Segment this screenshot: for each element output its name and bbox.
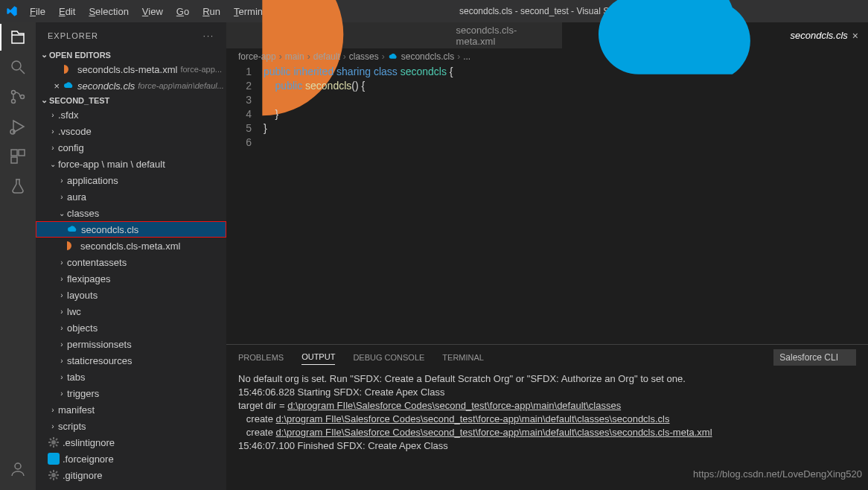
run-debug-icon[interactable] xyxy=(9,118,27,136)
chevron-icon: › xyxy=(57,258,67,267)
panel-tab-problems[interactable]: PROBLEMS xyxy=(238,350,284,365)
folder-item[interactable]: ›lwc xyxy=(36,303,226,319)
folder-item[interactable]: ›.sfdx xyxy=(36,106,226,123)
folder-item[interactable]: ›applications xyxy=(36,172,226,188)
panel-tabs: PROBLEMSOUTPUTDEBUG CONSOLETERMINALSales… xyxy=(226,345,868,369)
panel-tab-debug-console[interactable]: DEBUG CONSOLE xyxy=(353,350,424,365)
menu-view[interactable]: View xyxy=(136,3,169,20)
open-editors-header[interactable]: ⌄ OPEN EDITORS xyxy=(36,48,226,61)
close-icon[interactable]: × xyxy=(852,30,858,42)
folder-item[interactable]: ›manifest xyxy=(36,401,226,418)
sidebar: EXPLORER ··· ⌄ OPEN EDITORS secondcls.cl… xyxy=(36,22,226,490)
close-icon[interactable]: × xyxy=(51,80,63,92)
folder-item[interactable]: ›config xyxy=(36,139,226,156)
menu-file[interactable]: File xyxy=(24,3,51,20)
chevron-icon: ⌄ xyxy=(48,160,58,168)
code-lines[interactable]: public inherited sharing class secondcls… xyxy=(264,65,868,344)
file-icon xyxy=(48,469,60,481)
file-icon xyxy=(48,436,60,448)
folder-item[interactable]: ⌄classes xyxy=(36,205,226,221)
activity-bar xyxy=(0,22,36,490)
chevron-icon: › xyxy=(57,176,67,185)
chevron-icon: › xyxy=(57,193,67,201)
source-control-icon[interactable] xyxy=(9,88,27,106)
open-editor-item[interactable]: secondcls.cls-meta.xmlforce-app... xyxy=(36,61,226,77)
chevron-icon: › xyxy=(57,373,67,381)
folder-item[interactable]: ›flexipages xyxy=(36,270,226,287)
svg-point-3 xyxy=(21,95,25,99)
svg-rect-6 xyxy=(19,150,25,156)
folder-item[interactable]: ›triggers xyxy=(36,385,226,401)
svg-rect-7 xyxy=(11,157,17,163)
breadcrumb-item[interactable]: secondcls.cls xyxy=(401,51,454,62)
folder-item[interactable]: ›layouts xyxy=(36,287,226,303)
breadcrumb[interactable]: force-app›main›default›classes›secondcls… xyxy=(226,48,868,65)
panel-tab-output[interactable]: OUTPUT xyxy=(301,349,335,365)
sidebar-header: EXPLORER ··· xyxy=(36,22,226,48)
breadcrumb-item[interactable]: ... xyxy=(463,51,470,62)
menu-go[interactable]: Go xyxy=(170,3,195,20)
breadcrumb-item[interactable]: classes xyxy=(349,51,379,62)
file-item[interactable]: .eslintignore xyxy=(36,434,226,451)
file-item[interactable]: .forceignore xyxy=(36,451,226,467)
chevron-down-icon: ⌄ xyxy=(39,95,49,105)
chevron-icon: › xyxy=(48,406,58,414)
file-icon xyxy=(66,223,78,235)
menu-edit[interactable]: Edit xyxy=(53,3,81,20)
svg-point-11 xyxy=(51,473,56,477)
file-icon xyxy=(63,63,74,75)
chevron-icon: › xyxy=(57,308,67,316)
folder-item[interactable]: ›aura xyxy=(36,188,226,205)
open-editor-item[interactable]: ×secondcls.clsforce-app\main\defaul... xyxy=(36,77,226,94)
output-channel-select[interactable]: Salesforce CLI xyxy=(773,349,856,366)
svg-point-1 xyxy=(12,91,16,95)
chevron-icon: › xyxy=(57,340,67,349)
folder-item[interactable]: ›staticresources xyxy=(36,352,226,369)
chevron-icon: › xyxy=(57,291,67,299)
file-item[interactable]: secondcls.cls xyxy=(36,221,226,238)
more-icon[interactable]: ··· xyxy=(203,31,214,40)
svg-rect-10 xyxy=(48,453,60,465)
breadcrumb-item[interactable]: main xyxy=(285,51,304,62)
folder-item[interactable]: ›contentassets xyxy=(36,254,226,270)
file-item[interactable]: secondcls.cls-meta.xml xyxy=(36,238,226,254)
file-tree: ›.sfdx›.vscode›config⌄force-app \ main \… xyxy=(36,106,226,490)
editor-tabs: secondcls.cls-meta.xmlsecondcls.cls× xyxy=(226,22,868,48)
testing-icon[interactable] xyxy=(9,177,27,195)
folder-item[interactable]: ›tabs xyxy=(36,369,226,385)
chevron-icon: › xyxy=(57,389,67,398)
folder-item[interactable]: ›objects xyxy=(36,319,226,336)
chevron-icon: › xyxy=(57,357,67,365)
watermark: https://blog.csdn.net/LoveDengXing520 xyxy=(693,468,862,480)
vscode-logo-icon xyxy=(6,5,18,17)
svg-point-2 xyxy=(12,100,16,104)
chevron-icon: › xyxy=(48,127,58,136)
chevron-icon: › xyxy=(48,144,58,152)
breadcrumb-item[interactable]: default xyxy=(313,51,340,62)
breadcrumb-item[interactable]: force-app xyxy=(238,51,276,62)
menu-run[interactable]: Run xyxy=(197,3,226,20)
file-icon xyxy=(63,80,74,92)
explorer-icon[interactable] xyxy=(9,28,27,46)
code-editor[interactable]: 123456 public inherited sharing class se… xyxy=(226,65,868,344)
editor-tab[interactable]: secondcls.cls-meta.xml xyxy=(226,22,563,48)
file-item[interactable]: .gitignore xyxy=(36,467,226,483)
line-gutter: 123456 xyxy=(226,65,264,344)
editor-area: secondcls.cls-meta.xmlsecondcls.cls× for… xyxy=(226,22,868,490)
extensions-icon[interactable] xyxy=(9,147,27,165)
accounts-icon[interactable] xyxy=(9,460,27,478)
search-icon[interactable] xyxy=(9,58,27,76)
menu-selection[interactable]: Selection xyxy=(83,3,134,20)
editor-tab[interactable]: secondcls.cls× xyxy=(563,22,868,48)
chevron-icon: › xyxy=(48,422,58,430)
folder-item[interactable]: ›.vscode xyxy=(36,123,226,139)
chevron-icon: › xyxy=(48,111,58,119)
folder-item[interactable]: ›permissionsets xyxy=(36,336,226,352)
folder-item[interactable]: ›scripts xyxy=(36,418,226,434)
svg-point-9 xyxy=(51,440,56,445)
panel-tab-terminal[interactable]: TERMINAL xyxy=(442,350,484,365)
project-header[interactable]: ⌄ SECOND_TEST xyxy=(36,94,226,106)
file-icon xyxy=(48,453,60,465)
folder-item[interactable]: ⌄force-app \ main \ default xyxy=(36,156,226,172)
chevron-icon: ⌄ xyxy=(57,209,67,217)
